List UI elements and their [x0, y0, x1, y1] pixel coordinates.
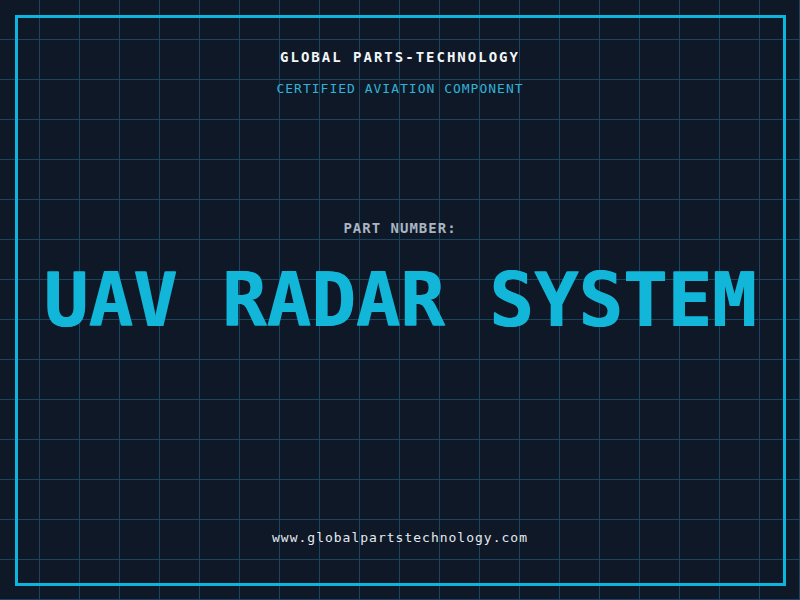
content-layer: GLOBAL PARTS-TECHNOLOGY CERTIFIED AVIATI… [0, 0, 800, 600]
part-number-value: UAV RADAR SYSTEM [0, 263, 800, 337]
certification-tagline: CERTIFIED AVIATION COMPONENT [0, 81, 800, 96]
website-url: www.globalpartstechnology.com [0, 530, 800, 545]
company-name: GLOBAL PARTS-TECHNOLOGY [0, 49, 800, 65]
part-number-label: PART NUMBER: [0, 220, 800, 236]
blueprint-page: GLOBAL PARTS-TECHNOLOGY CERTIFIED AVIATI… [0, 0, 800, 600]
